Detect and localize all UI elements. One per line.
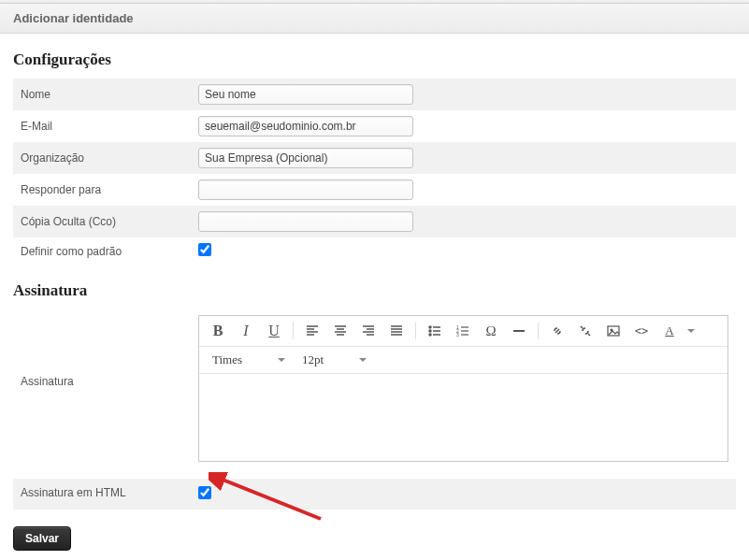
replyto-input[interactable] <box>198 179 413 200</box>
bcc-input[interactable] <box>198 211 413 232</box>
font-family-value: Times <box>212 352 242 367</box>
svg-text:3: 3 <box>456 332 459 337</box>
font-size-value: 12pt <box>302 352 324 367</box>
signature-textarea[interactable] <box>199 374 727 458</box>
signature-section-title: Assinatura <box>13 281 736 300</box>
signature-form: Assinatura B I U 123 Ω <box>13 309 736 510</box>
text-color-button[interactable]: A <box>656 320 683 342</box>
signature-editor: B I U 123 Ω <box>198 315 728 462</box>
default-checkbox[interactable] <box>198 243 211 256</box>
bcc-label: Cópia Oculta (Cco) <box>13 206 191 237</box>
svg-point-16 <box>429 326 431 328</box>
italic-button[interactable]: I <box>233 320 259 342</box>
align-left-button[interactable] <box>299 320 325 342</box>
svg-point-18 <box>429 334 431 336</box>
config-section-title: Configurações <box>13 50 736 69</box>
replyto-label: Responder para <box>13 174 191 206</box>
unlink-button[interactable] <box>572 320 598 342</box>
font-family-select[interactable]: Times <box>205 351 293 369</box>
align-justify-button[interactable] <box>383 320 410 342</box>
save-button[interactable]: Salvar <box>13 526 71 551</box>
list-number-button[interactable]: 123 <box>450 320 476 342</box>
org-label: Organização <box>13 142 191 174</box>
align-right-button[interactable] <box>355 320 382 342</box>
list-bullet-button[interactable] <box>422 320 448 342</box>
signature-html-checkbox[interactable] <box>198 486 211 499</box>
email-input[interactable] <box>198 116 413 136</box>
link-button[interactable] <box>544 320 570 342</box>
name-label: Nome <box>13 79 191 110</box>
config-form: Nome E-Mail Organização Responder para C… <box>13 79 736 265</box>
text-color-dropdown[interactable] <box>684 320 698 342</box>
underline-button[interactable]: U <box>261 320 287 342</box>
email-label: E-Mail <box>13 110 191 142</box>
image-button[interactable] <box>600 320 627 342</box>
editor-toolbar-format: B I U 123 Ω <box>199 316 727 347</box>
org-input[interactable] <box>198 148 413 168</box>
signature-html-label: Assinatura em HTML <box>13 479 191 510</box>
align-center-button[interactable] <box>327 320 353 342</box>
hr-button[interactable] <box>506 320 532 342</box>
svg-point-17 <box>429 330 431 332</box>
page-title: Adicionar identidade <box>13 11 134 25</box>
special-char-button[interactable]: Ω <box>478 320 504 342</box>
signature-label: Assinatura <box>13 309 191 467</box>
code-button[interactable]: <> <box>628 320 655 342</box>
bold-button[interactable]: B <box>205 320 231 342</box>
font-size-select[interactable]: 12pt <box>295 351 374 369</box>
default-label: Definir como padrão <box>13 237 191 265</box>
editor-toolbar-font: Times 12pt <box>199 347 727 374</box>
name-input[interactable] <box>198 84 413 105</box>
page-header: Adicionar identidade <box>0 4 749 34</box>
